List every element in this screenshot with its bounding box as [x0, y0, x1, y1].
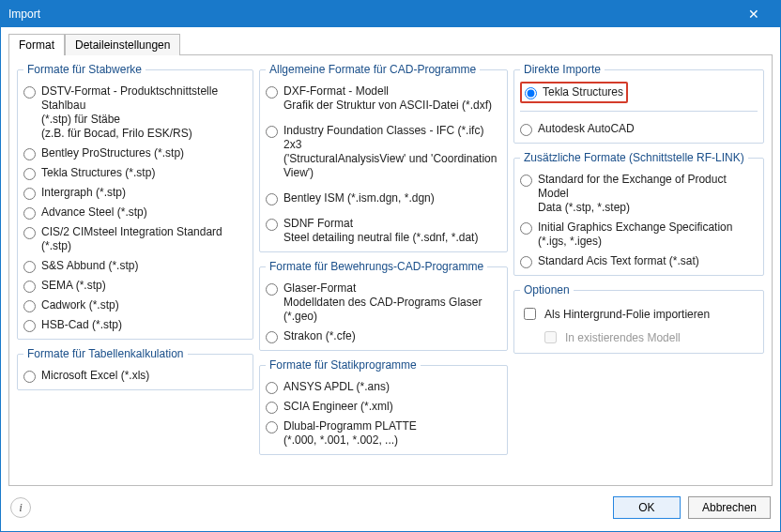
radio-bentley-pro[interactable]: Bentley ProStructures (*.stp) — [23, 144, 247, 163]
radio-intergraph[interactable]: Intergraph (*.stp) — [23, 183, 247, 203]
radio-cis2[interactable]: CIS/2 CIMsteel Integration Standard (*.s… — [23, 222, 247, 256]
legend-optionen: Optionen — [520, 283, 574, 296]
radio-tekla-stp[interactable]: Tekla Structures (*.stp) — [23, 163, 247, 183]
ok-button[interactable]: OK — [613, 496, 681, 519]
legend-stabwerke: Formate für Stabwerke — [23, 63, 145, 76]
tab-detail[interactable]: Detaileinstellungen — [65, 34, 180, 55]
separator — [520, 111, 758, 112]
cancel-button[interactable]: Abbrechen — [688, 496, 771, 519]
client-area: Format Detaileinstellungen Formate für S… — [1, 27, 780, 531]
group-stabwerke: Formate für Stabwerke DSTV-Format - Prod… — [17, 63, 253, 340]
radio-cadwork[interactable]: Cadwork (*.stp) — [23, 296, 247, 315]
radio-iges[interactable]: Initial Graphics Exchange Specification(… — [520, 218, 758, 251]
radio-step[interactable]: Standard for the Exchange of Product Mod… — [520, 170, 758, 218]
legend-bewehrung: Formate für Bewehrungs-CAD-Programme — [266, 260, 487, 273]
radio-glaser[interactable]: Glaser-FormatModelldaten des CAD-Program… — [266, 279, 501, 327]
check-existierendes: In existierendes Modell — [541, 326, 758, 349]
radio-excel[interactable]: Microsoft Excel (*.xls) — [23, 366, 247, 386]
radio-dstv[interactable]: DSTV-Format - Produktschnittstelle Stahl… — [23, 82, 247, 144]
group-cad: Allgemeine Formate für CAD-Programme DXF… — [259, 63, 508, 252]
radio-platte[interactable]: Dlubal-Programm PLATTE(*.000, *.001, *.0… — [266, 417, 501, 450]
titlebar: Import ✕ — [1, 1, 780, 27]
group-direkte: Direkte Importe Tekla Structures Autodes… — [513, 63, 764, 144]
legend-direkte: Direkte Importe — [520, 63, 605, 76]
radio-sat[interactable]: Standard Acis Text format (*.sat) — [520, 251, 758, 271]
radio-autocad[interactable]: Autodesk AutoCAD — [520, 119, 758, 139]
radio-sdnf[interactable]: SDNF FormatSteel detailing neutral file … — [266, 214, 501, 248]
radio-ifc[interactable]: Industry Foundation Classes - IFC (*.ifc… — [266, 121, 501, 183]
group-bewehrung: Formate für Bewehrungs-CAD-Programme Gla… — [259, 260, 508, 351]
column-3: Direkte Importe Tekla Structures Autodes… — [513, 63, 764, 478]
radio-strakon[interactable]: Strakon (*.cfe) — [266, 327, 501, 346]
help-icon[interactable]: i — [10, 497, 31, 518]
legend-cad: Allgemeine Formate für CAD-Programme — [266, 63, 480, 76]
group-optionen: Optionen Als Hintergrund-Folie importier… — [513, 283, 764, 354]
footer: i OK Abbrechen — [1, 492, 780, 531]
radio-ss-abbund[interactable]: S&S Abbund (*.stp) — [23, 256, 247, 276]
legend-statik: Formate für Statikprogramme — [266, 358, 421, 372]
radio-sema[interactable]: SEMA (*.stp) — [23, 276, 247, 296]
legend-tabellen: Formate für Tabellenkalkulation — [23, 347, 188, 360]
radio-advance-steel[interactable]: Advance Steel (*.stp) — [23, 203, 247, 222]
radio-ansys[interactable]: ANSYS APDL (*.ans) — [266, 377, 501, 397]
tab-panel-format: Formate für Stabwerke DSTV-Format - Prod… — [8, 54, 773, 486]
window-title: Import — [8, 8, 735, 21]
radio-scia[interactable]: SCIA Engineer (*.xml) — [266, 397, 501, 417]
radio-dxf[interactable]: DXF-Format - ModellGrafik der Struktur v… — [266, 82, 501, 115]
radio-hsb-cad[interactable]: HSB-Cad (*.stp) — [23, 315, 247, 335]
dialog-window: Import ✕ Format Detaileinstellungen Form… — [0, 0, 781, 532]
legend-rflink: Zusätzliche Formate (Schnittstelle RF-LI… — [520, 151, 748, 164]
tab-format[interactable]: Format — [8, 34, 65, 55]
group-tabellen: Formate für Tabellenkalkulation Microsof… — [17, 347, 253, 390]
column-1: Formate für Stabwerke DSTV-Format - Prod… — [17, 63, 253, 478]
group-statik: Formate für Statikprogramme ANSYS APDL (… — [259, 358, 508, 455]
radio-tekla-direct[interactable]: Tekla Structures — [523, 84, 625, 100]
check-hintergrund[interactable]: Als Hintergrund-Folie importieren — [520, 302, 758, 326]
radio-bentley-ism[interactable]: Bentley ISM (*.ism.dgn, *.dgn) — [266, 189, 501, 208]
close-icon[interactable]: ✕ — [735, 7, 773, 22]
group-rflink: Zusätzliche Formate (Schnittstelle RF-LI… — [513, 151, 764, 276]
column-2: Allgemeine Formate für CAD-Programme DXF… — [259, 63, 508, 478]
highlighted-option: Tekla Structures — [520, 82, 628, 103]
tab-strip: Format Detaileinstellungen — [1, 27, 780, 54]
